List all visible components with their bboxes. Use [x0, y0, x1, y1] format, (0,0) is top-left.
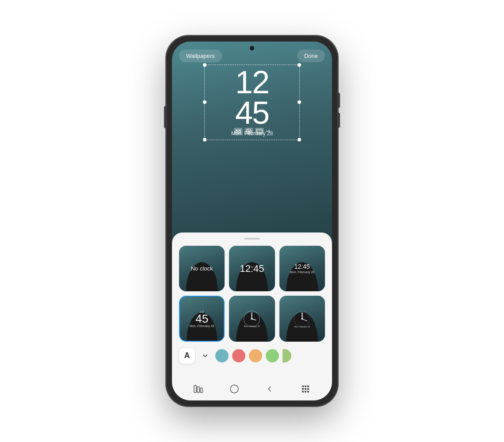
color-blue[interactable] — [215, 349, 229, 362]
color-orange[interactable] — [249, 349, 262, 362]
bottom-nav — [172, 377, 332, 400]
thumb-no-clock[interactable]: No clock — [179, 246, 225, 291]
recents-button[interactable] — [192, 383, 205, 395]
svg-point-15 — [230, 385, 238, 393]
volume-up-button[interactable] — [338, 93, 340, 108]
thumb-analog-display-2: Mon, February 28 — [279, 296, 325, 341]
power-button[interactable] — [164, 106, 166, 128]
svg-rect-19 — [302, 388, 304, 390]
thumb-label-4: 12 45 Mon, February 28 — [180, 297, 224, 340]
notif-icon-1 — [234, 128, 243, 135]
svg-rect-23 — [305, 391, 306, 392]
volume-down-button[interactable] — [338, 113, 340, 128]
thumb-time-combined: 12:45 — [294, 263, 310, 270]
font-label: A — [184, 351, 190, 360]
notification-icons: 💬 +3 — [234, 128, 270, 135]
clock-thumbnail-grid: No clock 12:45 — [172, 246, 332, 342]
color-lime-partial[interactable] — [283, 349, 291, 362]
clock-time-display: 12 45 — [208, 68, 296, 129]
thumb-label-2: 12:45 — [229, 246, 275, 291]
clock-minute: 45 — [208, 97, 296, 129]
bottom-drawer: No clock 12:45 — [172, 232, 332, 400]
thumb-time-big: 12:45 — [240, 264, 264, 274]
phone-mockup: Wallpapers Done 12 45 — [166, 35, 338, 407]
svg-point-5 — [251, 318, 253, 320]
analog-clock-svg-1: Mon, February 28 — [242, 309, 262, 329]
thumb-digital-time[interactable]: 12:45 — [229, 246, 275, 291]
color-green[interactable] — [266, 349, 279, 362]
notif-icon-3 — [255, 128, 264, 135]
color-pink[interactable] — [232, 349, 245, 362]
svg-rect-12 — [194, 385, 196, 392]
svg-rect-18 — [307, 385, 309, 387]
back-button[interactable] — [263, 383, 276, 395]
thumb-label-1: No clock — [179, 246, 225, 291]
phone-screen: Wallpapers Done 12 45 — [172, 42, 332, 400]
no-clock-label: No clock — [191, 265, 213, 272]
svg-rect-16 — [302, 385, 304, 387]
apps-button[interactable] — [299, 383, 312, 395]
font-color-row: A — [172, 348, 332, 364]
svg-point-10 — [302, 318, 303, 320]
analog-clock-svg-2: Mon, February 28 — [292, 309, 312, 329]
notif-icon-2: 💬 — [244, 128, 253, 135]
wallpapers-button[interactable]: Wallpapers — [179, 50, 222, 62]
thumb-large-split-selected[interactable]: 12 45 Mon, February 28 — [179, 296, 225, 341]
font-dropdown-button[interactable] — [199, 348, 212, 364]
thumb-date-small-3: Mon, February 28 — [290, 271, 314, 274]
svg-rect-22 — [302, 391, 304, 392]
thumb-large-45: 45 — [195, 314, 208, 324]
apps-icon — [302, 385, 309, 393]
thumb-analog-display-1: Mon, February 28 — [229, 296, 275, 341]
drawer-handle[interactable] — [244, 238, 260, 240]
svg-rect-14 — [200, 388, 202, 392]
done-button[interactable]: Done — [297, 50, 325, 62]
thumb-analog-1[interactable]: Mon, February 28 — [229, 296, 275, 341]
font-selector-button[interactable]: A — [179, 348, 195, 364]
notif-count-badge: +3 — [266, 129, 270, 133]
back-icon — [266, 385, 274, 393]
lockscreen: Wallpapers Done 12 45 — [172, 42, 332, 400]
home-icon — [229, 384, 239, 394]
thumb-label-3: 12:45 Mon, February 28 — [279, 246, 325, 291]
thumb-date-small-4: Mon, February 28 — [190, 324, 214, 328]
phone-shell: Wallpapers Done 12 45 — [166, 35, 338, 407]
chevron-down-icon — [202, 352, 209, 359]
thumb-digital-full[interactable]: 12:45 Mon, February 28 — [279, 246, 325, 291]
thumb-analog-2[interactable]: Mon, February 28 — [279, 296, 325, 341]
clock-widget[interactable]: 12 45 Mon, February 28 💬 — [208, 68, 296, 137]
recents-icon — [194, 385, 203, 393]
clock-hour: 12 — [208, 68, 296, 97]
svg-rect-24 — [307, 391, 309, 392]
svg-text:Mon, February 28: Mon, February 28 — [244, 325, 260, 328]
top-bar: Wallpapers Done — [172, 50, 332, 62]
svg-text:Mon, February 28: Mon, February 28 — [294, 326, 310, 328]
svg-rect-21 — [307, 388, 309, 390]
svg-rect-13 — [197, 387, 199, 392]
svg-rect-20 — [305, 388, 306, 390]
svg-rect-17 — [305, 385, 306, 387]
svg-text:💬: 💬 — [247, 130, 251, 133]
home-button[interactable] — [228, 383, 241, 395]
